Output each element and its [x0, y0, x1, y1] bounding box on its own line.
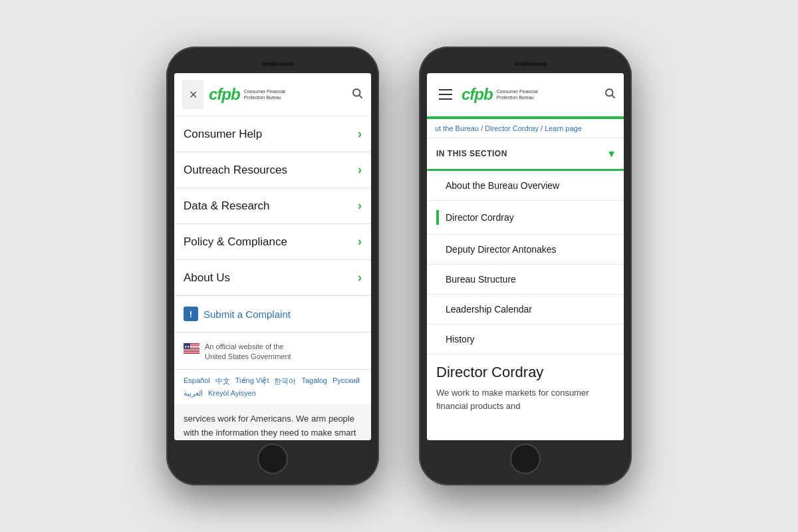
nav-item-policy[interactable]: Policy & Compliance ›: [174, 224, 371, 260]
lang-korean[interactable]: 한국어: [274, 376, 296, 386]
section-nav-label-history: History: [446, 334, 475, 344]
page-content-right: Director Cordray We work to make markets…: [427, 354, 624, 440]
home-button-right[interactable]: [510, 444, 541, 474]
section-nav-label-director: Director Cordray: [446, 212, 514, 223]
lang-russian[interactable]: Pусский: [332, 376, 360, 386]
lang-vietnamese[interactable]: Tiếng Việt: [235, 376, 269, 386]
lang-arabic[interactable]: العربية: [184, 389, 203, 398]
section-nav-leadership-calendar[interactable]: Leadership Calendar: [427, 295, 624, 325]
svg-rect-9: [184, 349, 200, 350]
language-links: Español 中文 Tiếng Việt 한국어 Tagalog Pусски…: [174, 370, 371, 404]
page-body-right: We work to make markets for consumer fin…: [436, 386, 614, 412]
breadcrumb-part-3[interactable]: Learn page: [545, 124, 582, 132]
nav-label-policy: Policy & Compliance: [184, 235, 287, 249]
section-nav-label-about: About the Bureau Overview: [446, 180, 559, 191]
section-nav-director-cordray[interactable]: Director Cordray: [427, 201, 624, 235]
bg-text-left: services work for Americans. We arm peop…: [184, 412, 362, 440]
nav-item-about[interactable]: About Us ›: [174, 260, 371, 296]
lang-chinese[interactable]: 中文: [215, 376, 230, 386]
cfpb-logo-right: cfpb Consumer Financial Protection Burea…: [462, 85, 604, 104]
svg-rect-11: [184, 350, 200, 351]
nav-label-data-research: Data & Research: [184, 200, 269, 213]
breadcrumb-part-2[interactable]: Director Cordray: [485, 124, 539, 132]
lang-espanol[interactable]: Español: [184, 376, 210, 386]
section-nav-label-structure: Bureau Structure: [446, 274, 516, 285]
complaint-icon-text: !: [190, 309, 192, 319]
lang-creole[interactable]: Kreyòl Ayisyen: [208, 389, 256, 398]
nav-label-about: About Us: [184, 271, 230, 285]
hamburger-button[interactable]: [435, 80, 456, 109]
section-title: IN THIS SECTION: [436, 149, 507, 158]
cfpb-tagline-right: Consumer Financial Protection Bureau: [497, 88, 538, 100]
camera-right: [523, 61, 528, 66]
search-button-right[interactable]: [604, 87, 616, 102]
hamburger-line-2: [439, 94, 452, 95]
hamburger-line-3: [439, 98, 452, 100]
complaint-icon: !: [184, 307, 198, 321]
cfpb-wordmark-left: cfpb: [209, 85, 240, 104]
official-text: An official website of the United States…: [205, 342, 291, 362]
us-flag-icon: ★★★★★★: [184, 343, 200, 354]
nav-label-outreach: Outreach Resources: [184, 164, 287, 177]
breadcrumb-part-1[interactable]: ut the Bureau: [435, 124, 479, 132]
right-phone: cfpb Consumer Financial Protection Burea…: [419, 47, 632, 485]
active-indicator-bar: [436, 210, 439, 225]
svg-line-1: [359, 95, 362, 98]
cfpb-tagline-left: Consumer Financial Protection Bureau: [244, 88, 285, 100]
svg-rect-12: [184, 351, 200, 352]
home-button-left[interactable]: [257, 444, 288, 474]
nav-chevron-policy: ›: [358, 235, 362, 249]
lang-tagalog[interactable]: Tagalog: [301, 376, 327, 386]
right-header: cfpb Consumer Financial Protection Burea…: [427, 73, 624, 116]
nav-item-consumer-help[interactable]: Consumer Help ›: [174, 116, 371, 152]
left-screen: ✕ cfpb Consumer Financial Protection Bur…: [174, 73, 371, 440]
right-screen: cfpb Consumer Financial Protection Burea…: [427, 73, 624, 440]
svg-rect-10: [184, 350, 200, 350]
page-title-right: Director Cordray: [436, 364, 614, 381]
camera-left: [270, 61, 275, 66]
speaker-right: [514, 63, 547, 66]
svg-text:★★★★★★: ★★★★★★: [184, 344, 200, 348]
complaint-label: Submit a Complaint: [203, 309, 291, 320]
left-phone: ✕ cfpb Consumer Financial Protection Bur…: [166, 47, 379, 485]
search-button-left[interactable]: [351, 87, 363, 102]
section-nav-history[interactable]: History: [427, 325, 624, 354]
svg-line-18: [612, 95, 614, 98]
close-menu-button[interactable]: ✕: [182, 80, 203, 109]
left-header: ✕ cfpb Consumer Financial Protection Bur…: [174, 73, 371, 116]
section-nav-label-calendar: Leadership Calendar: [446, 304, 532, 315]
section-nav-structure[interactable]: Bureau Structure: [427, 265, 624, 295]
svg-point-0: [353, 89, 360, 96]
official-site: ★★★★★★ An official website of the United…: [174, 332, 371, 370]
nav-chevron-data-research: ›: [358, 199, 362, 213]
phone-bottom-left: [257, 440, 288, 477]
submit-complaint-item[interactable]: ! Submit a Complaint: [174, 296, 371, 332]
section-nav-deputy[interactable]: Deputy Director Antonakes: [427, 235, 624, 265]
nav-chevron-consumer-help: ›: [358, 127, 362, 141]
nav-item-outreach[interactable]: Outreach Resources ›: [174, 152, 371, 188]
hamburger-line-1: [439, 89, 452, 90]
phone-bottom-right: [510, 440, 541, 477]
section-nav-about-bureau[interactable]: About the Bureau Overview: [427, 171, 624, 201]
cfpb-logo-left: cfpb Consumer Financial Protection Burea…: [209, 85, 351, 104]
phone-top-left: [174, 55, 371, 73]
bg-content-left: services work for Americans. We arm peop…: [174, 404, 371, 440]
cfpb-wordmark-right: cfpb: [462, 85, 493, 104]
breadcrumb: ut the Bureau / Director Cordray / Learn…: [427, 119, 624, 138]
section-nav-header[interactable]: IN THIS SECTION ▾: [427, 138, 624, 171]
nav-label-consumer-help: Consumer Help: [184, 128, 262, 141]
phone-top-right: [427, 55, 624, 73]
nav-item-data-research[interactable]: Data & Research ›: [174, 188, 371, 224]
section-chevron-icon: ▾: [608, 146, 614, 161]
svg-rect-13: [184, 352, 200, 353]
speaker-left: [261, 63, 295, 66]
svg-rect-14: [184, 353, 200, 354]
nav-chevron-about: ›: [358, 271, 362, 285]
section-nav-label-deputy: Deputy Director Antonakes: [446, 244, 557, 255]
svg-point-17: [606, 89, 613, 96]
nav-chevron-outreach: ›: [358, 163, 362, 177]
